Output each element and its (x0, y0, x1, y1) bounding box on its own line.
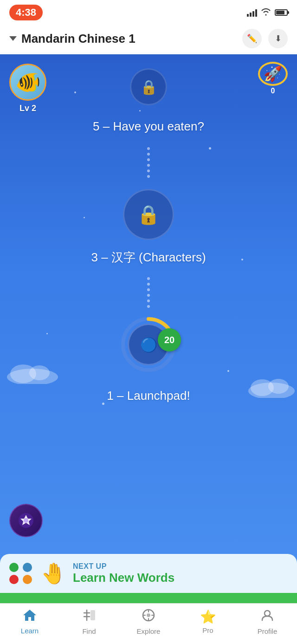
dot (147, 158, 150, 161)
connector1 (147, 143, 150, 182)
lesson5-section: 🔒 (130, 68, 167, 105)
next-up-content: 🤚 NEXT UP Learn New Words (41, 561, 288, 585)
dot (147, 175, 150, 178)
dot (147, 305, 150, 308)
next-up-label: NEXT UP (73, 562, 174, 571)
dot (147, 294, 150, 297)
dot (147, 147, 150, 150)
lesson5-label-container: 5 – Have you eaten? (0, 119, 297, 134)
edit-button[interactable] (242, 29, 262, 48)
home-icon (22, 609, 37, 625)
page-title: Mandarin Chinese 1 (21, 32, 136, 46)
header-title-row[interactable]: Mandarin Chinese 1 (9, 32, 136, 46)
dot-red (9, 575, 19, 584)
nav-item-learn[interactable]: Learn (11, 609, 48, 635)
find-icon (82, 608, 96, 625)
header: Mandarin Chinese 1 (0, 25, 297, 54)
svg-rect-13 (147, 614, 150, 617)
battery-icon (275, 9, 288, 16)
avatar: 🐠 (9, 64, 46, 101)
lesson3-label-container: 3 – 汉字 (Characters) (0, 249, 297, 266)
lesson1-progress-node: 🔵 20 (118, 314, 179, 375)
dot (147, 169, 150, 172)
nav-item-profile[interactable]: Profile (249, 608, 286, 635)
rocket-count: 0 (271, 87, 275, 95)
nav-label-find: Find (82, 627, 96, 635)
lesson5-lock-node[interactable]: 🔒 (130, 68, 167, 105)
lesson5-label: 5 – Have you eaten? (93, 119, 204, 133)
pro-icon: ⭐ (200, 609, 216, 624)
nav-item-pro[interactable]: ⭐ Pro (189, 609, 226, 634)
rocket-emoji: 🚀 (264, 65, 282, 83)
status-time: 4:38 (9, 5, 43, 20)
nav-label-learn: Learn (21, 627, 39, 635)
next-up-dots (9, 563, 33, 584)
lesson1-node-container[interactable]: 🔵 20 (118, 314, 179, 375)
dot-orange (23, 575, 32, 584)
dot-blue (23, 563, 32, 572)
dot (147, 153, 150, 156)
nav-label-profile: Profile (258, 627, 278, 635)
lesson3-lock-circle: 🔒 (123, 189, 174, 240)
connector2 (147, 273, 150, 312)
svg-point-14 (265, 611, 270, 616)
next-up-text: NEXT UP Learn New Words (73, 562, 174, 585)
dot (147, 277, 150, 280)
dot (147, 288, 150, 291)
lesson3-node[interactable]: 🔒 (123, 189, 174, 240)
rocket-icon: 🚀 (258, 62, 288, 86)
bottom-nav: Learn Find Explore ⭐ Pro (0, 603, 297, 644)
lesson1-label-container: 1 – Launchpad! (0, 389, 297, 403)
avatar-container[interactable]: 🐠 Lv 2 (9, 64, 46, 113)
profile-icon (260, 608, 274, 625)
signal-icon (247, 8, 257, 17)
svg-point-9 (24, 518, 28, 523)
download-button[interactable] (268, 29, 288, 48)
cloud-left (5, 361, 60, 384)
chevron-down-icon[interactable] (9, 36, 17, 41)
nav-item-explore[interactable]: Explore (130, 608, 167, 635)
green-divider (0, 593, 297, 603)
dot (147, 164, 150, 167)
status-bar: 4:38 (0, 0, 297, 25)
header-actions (242, 29, 288, 48)
status-icons (247, 7, 288, 18)
lesson1-label: 1 – Launchpad! (107, 389, 190, 403)
next-up-title: Learn New Words (73, 571, 174, 585)
nav-item-find[interactable]: Find (71, 608, 108, 635)
svg-rect-10 (90, 610, 95, 620)
svg-point-4 (29, 365, 50, 380)
plugin-icon[interactable] (9, 504, 43, 537)
avatar-emoji: 🐠 (15, 70, 41, 94)
wifi-icon (261, 7, 271, 18)
download-icon (275, 33, 282, 44)
hand-icon: 🤚 (41, 561, 66, 585)
nav-label-explore: Explore (137, 627, 161, 635)
main-content: 🐠 Lv 2 🚀 0 🔒 5 – Have you eaten? (0, 54, 297, 593)
level-badge: Lv 2 (19, 104, 36, 113)
lesson3-label: 3 – 汉字 (Characters) (91, 250, 206, 264)
explore-icon (142, 608, 155, 625)
dot (147, 299, 150, 302)
nav-label-pro: Pro (202, 626, 213, 634)
dot (147, 283, 150, 286)
next-up-banner[interactable]: 🤚 NEXT UP Learn New Words (0, 554, 297, 593)
rocket-container[interactable]: 🚀 0 (256, 62, 290, 95)
lesson1-badge: 20 (158, 328, 181, 351)
dot-green (9, 563, 19, 572)
pencil-icon (247, 33, 257, 44)
